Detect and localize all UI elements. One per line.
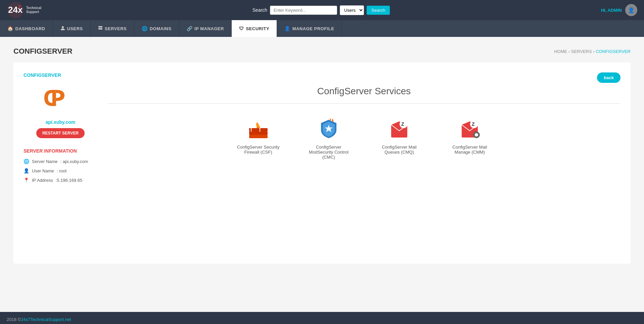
nav-item-dashboard[interactable]: 🏠 DASHBOARD <box>0 20 53 37</box>
avatar: 👤 <box>625 4 637 16</box>
server-info-title: SERVER INFORMATION <box>24 148 97 154</box>
svg-text:7: 7 <box>18 4 21 10</box>
svg-rect-8 <box>251 128 260 131</box>
back-button[interactable]: back <box>597 72 620 83</box>
nav-item-users[interactable]: USERS <box>53 20 91 37</box>
user-name-value: : root <box>57 168 67 173</box>
pin-icon: 📍 <box>24 177 29 183</box>
svg-rect-6 <box>249 131 268 135</box>
domains-icon: 🌐 <box>142 26 148 31</box>
csf-label: ConfigServer Security Firewall (CSF) <box>233 145 283 155</box>
svg-rect-9 <box>260 128 268 131</box>
nav-item-ipmanager[interactable]: 🔗 IP MANAGER <box>179 20 232 37</box>
ipmanager-icon: 🔗 <box>187 26 193 31</box>
cmm-label: ConfigServer Mail Manage (CMM) <box>445 145 495 155</box>
mailmanage-icon: Z <box>458 117 481 141</box>
firewall-icon <box>246 117 270 141</box>
server-name-label: Server Name <box>32 159 58 164</box>
server-hostname: api.xuby.com <box>24 119 97 125</box>
main-content: CONFIGSERVER HOME › SERVERS › CONFIGSERV… <box>0 37 644 312</box>
nav-item-servers[interactable]: SERVERS <box>91 20 134 37</box>
svg-point-16 <box>475 133 478 137</box>
breadcrumb-servers: SERVERS <box>571 49 592 54</box>
ip-label: IP Address <box>32 178 53 183</box>
footer-link[interactable]: 24x7TechnicalSupport.net <box>21 317 71 322</box>
modsecurity-icon <box>317 117 340 141</box>
search-area: Search Users Search <box>252 5 390 15</box>
cmq-label: ConfigServer Mail Queues (CMQ) <box>374 145 424 155</box>
svg-rect-19 <box>473 134 474 136</box>
svg-rect-5 <box>52 90 56 106</box>
left-panel: CONFIGSERVER api.xuby.com RESTART SERVER… <box>24 72 97 254</box>
search-input[interactable] <box>270 6 337 15</box>
server-name-row: 🌐 Server Name : api.xuby.com <box>24 159 97 164</box>
logo-icon: 24x 7 <box>7 2 24 18</box>
users-icon <box>60 26 65 32</box>
user-name-label: User Name <box>32 168 54 173</box>
restart-server-button[interactable]: RESTART SERVER <box>36 128 85 138</box>
svg-rect-7 <box>249 135 268 138</box>
svg-text:Z: Z <box>401 121 404 127</box>
breadcrumb: HOME › SERVERS › CONFIGSERVER <box>554 49 631 54</box>
nav-users-label: USERS <box>67 26 83 31</box>
nav-dashboard-label: DASHBOARD <box>15 26 45 31</box>
service-cmq[interactable]: Z ConfigServer Mail Queues (CMQ) <box>374 117 424 160</box>
nav-security-label: SECURITY <box>246 26 269 31</box>
service-csf[interactable]: ConfigServer Security Firewall (CSF) <box>233 117 283 160</box>
footer-copyright: 2018 © <box>7 317 21 322</box>
search-select[interactable]: Users <box>340 5 364 15</box>
right-panel: back ConfigServer Services <box>107 72 620 254</box>
service-cmm[interactable]: Z ConfigServer Mail Manage (CMM) <box>445 117 495 160</box>
breadcrumb-sep1: › <box>568 49 571 54</box>
nav-manageprofile-label: MANAGE PROFILE <box>292 26 334 31</box>
breadcrumb-home: HOME <box>554 49 567 54</box>
server-name-value: : api.xuby.com <box>60 159 88 164</box>
servers-icon <box>98 26 103 32</box>
hi-admin-label: HI, ADMIN <box>601 8 622 13</box>
service-cmc[interactable]: ConfigServer ModSecurity Control (CMC) <box>304 117 354 160</box>
nav-item-domains[interactable]: 🌐 DOMAINS <box>134 20 179 37</box>
logo-area: 24x 7 Technical Support <box>7 2 41 18</box>
header-right: HI, ADMIN 👤 <box>601 4 637 16</box>
page-title: CONFIGSERVER <box>13 47 73 56</box>
services-grid: ConfigServer Security Firewall (CSF) <box>107 117 620 160</box>
cpanel-logo <box>24 85 97 113</box>
nav-ipmanager-label: IP MANAGER <box>194 26 224 31</box>
user-name-row: 👤 User Name : root <box>24 168 97 173</box>
svg-text:Z: Z <box>472 121 475 127</box>
svg-rect-3 <box>98 26 102 28</box>
divider <box>107 103 620 104</box>
search-button[interactable]: Search <box>367 6 390 15</box>
breadcrumb-row: CONFIGSERVER HOME › SERVERS › CONFIGSERV… <box>13 47 631 56</box>
dashboard-icon: 🏠 <box>7 26 13 31</box>
ip-value: :5.196.169.65 <box>56 178 83 183</box>
svg-rect-20 <box>478 134 480 136</box>
ip-address-row: 📍 IP Address :5.196.169.65 <box>24 177 97 183</box>
nav-item-manageprofile[interactable]: 👤 MANAGE PROFILE <box>277 20 342 37</box>
services-title: ConfigServer Services <box>107 86 620 97</box>
brand-name: Technical Support <box>26 6 41 14</box>
breadcrumb-current[interactable]: CONFIGSERVER <box>596 49 631 54</box>
footer: 2018 © 24x7TechnicalSupport.net <box>0 312 644 324</box>
nav-servers-label: SERVERS <box>105 26 127 31</box>
nav-item-security[interactable]: 🛡 SECURITY <box>232 20 277 37</box>
nav-domains-label: DOMAINS <box>150 26 172 31</box>
manageprofile-icon: 👤 <box>284 26 290 31</box>
user-icon: 👤 <box>24 168 29 173</box>
content-card: CONFIGSERVER api.xuby.com RESTART SERVER… <box>13 62 631 264</box>
cmc-label: ConfigServer ModSecurity Control (CMC) <box>304 145 354 160</box>
search-label: Search <box>252 7 267 13</box>
main-nav: 🏠 DASHBOARD USERS SERVERS 🌐 DOMAINS 🔗 IP… <box>0 20 644 37</box>
mailqueue-icon: Z <box>387 117 411 141</box>
svg-rect-17 <box>476 131 477 133</box>
svg-rect-4 <box>98 28 102 30</box>
svg-rect-10 <box>249 128 251 131</box>
configserver-link[interactable]: CONFIGSERVER <box>24 72 97 78</box>
globe-icon: 🌐 <box>24 159 29 164</box>
svg-rect-18 <box>476 137 477 138</box>
security-icon: 🛡 <box>239 26 244 31</box>
header: 24x 7 Technical Support Search Users Sea… <box>0 0 644 20</box>
